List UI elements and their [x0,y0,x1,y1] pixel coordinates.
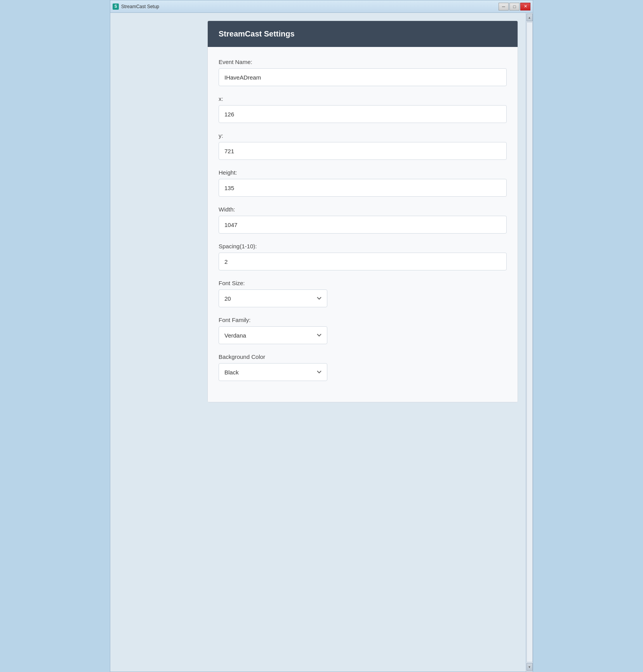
height-input[interactable] [219,179,507,197]
settings-header: StreamCast Settings [208,21,518,47]
font-size-group: Font Size: 20 10 12 14 16 18 22 24 28 32 [219,280,507,307]
left-sidebar [110,13,207,672]
event-name-label: Event Name: [219,59,507,65]
window-controls: ─ □ ✕ [499,3,530,10]
application-window: S StreamCast Setup ─ □ ✕ StreamCast Sett… [110,0,533,672]
spacing-label: Spacing(1-10): [219,243,507,249]
height-group: Height: [219,169,507,197]
window-body: StreamCast Settings Event Name: x: [110,12,533,672]
scrollbar[interactable]: ▲ ▼ [526,13,533,672]
font-family-label: Font Family: [219,317,507,323]
font-size-label: Font Size: [219,280,507,286]
font-family-select[interactable]: Verdana Arial Tahoma Times New Roman Cou… [219,326,327,344]
app-icon: S [113,3,119,10]
font-size-select[interactable]: 20 10 12 14 16 18 22 24 28 32 36 [219,289,327,307]
scroll-down-button[interactable]: ▼ [527,663,533,671]
spacing-input[interactable] [219,253,507,270]
bg-color-label: Background Color [219,353,507,360]
window-title: StreamCast Setup [121,4,159,9]
font-family-group: Font Family: Verdana Arial Tahoma Times … [219,317,507,344]
minimize-button[interactable]: ─ [499,3,509,10]
event-name-input[interactable] [219,68,507,86]
settings-panel: StreamCast Settings Event Name: x: [207,21,518,402]
spacing-group: Spacing(1-10): [219,243,507,270]
maximize-button[interactable]: □ [509,3,520,10]
width-input[interactable] [219,216,507,234]
title-bar: S StreamCast Setup ─ □ ✕ [110,0,533,12]
main-content: StreamCast Settings Event Name: x: [207,13,526,672]
width-group: Width: [219,206,507,234]
title-bar-left: S StreamCast Setup [113,3,159,10]
y-label: y: [219,132,507,139]
event-name-group: Event Name: [219,59,507,86]
scroll-up-button[interactable]: ▲ [527,14,533,21]
y-input[interactable] [219,142,507,160]
app-icon-letter: S [115,4,117,9]
x-label: x: [219,95,507,102]
settings-title: StreamCast Settings [219,29,295,38]
height-label: Height: [219,169,507,176]
width-label: Width: [219,206,507,213]
x-input[interactable] [219,105,507,123]
bg-color-select[interactable]: Black White Red Blue Green Yellow Transp… [219,363,327,381]
scroll-track[interactable] [527,22,533,662]
bg-color-group: Background Color Black White Red Blue Gr… [219,353,507,381]
y-group: y: [219,132,507,160]
close-button[interactable]: ✕ [520,3,530,10]
x-group: x: [219,95,507,123]
settings-body: Event Name: x: y: Heigh [208,47,518,402]
